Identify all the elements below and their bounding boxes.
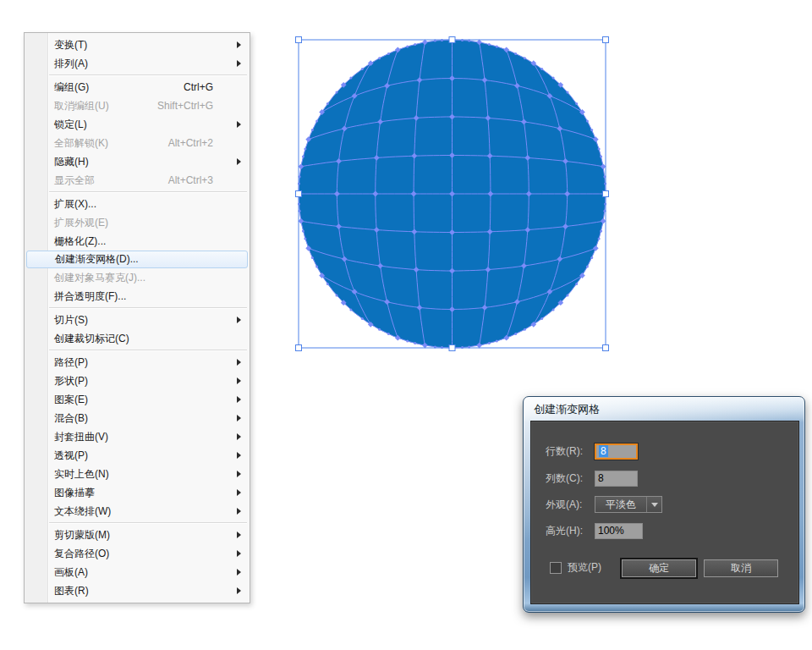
submenu-arrow-icon: [237, 41, 241, 48]
mesh-handle-dot: [496, 45, 498, 47]
selection-handle[interactable]: [296, 345, 302, 351]
appearance-label: 外观(A):: [546, 498, 595, 512]
mesh-handle-dot: [540, 317, 543, 320]
menu-item-image-trace[interactable]: 图像描摹: [25, 483, 250, 502]
menu-item-graph[interactable]: 图表(R): [25, 581, 250, 600]
submenu-arrow-icon: [237, 433, 241, 440]
mesh-handle-dot: [524, 57, 526, 59]
menu-item-transform[interactable]: 变换(T): [25, 36, 250, 54]
selection-handle[interactable]: [449, 345, 455, 351]
menu-item-rasterize[interactable]: 栅格化(Z)...: [25, 232, 250, 251]
menu-item-label: 实时上色(N): [54, 468, 109, 480]
mesh-handle-dot: [326, 102, 329, 105]
selection-handle[interactable]: [296, 37, 302, 43]
menu-separator: [49, 74, 247, 76]
highlight-label: 高光(H):: [546, 524, 595, 538]
selection-handle[interactable]: [603, 191, 609, 197]
menu-item-envelope-distort[interactable]: 封套扭曲(V): [25, 427, 250, 446]
ok-button[interactable]: 确定: [622, 559, 696, 577]
menu-item-artboards[interactable]: 画板(A): [25, 563, 250, 581]
menu-item-label: 复合路径(O): [54, 548, 109, 559]
menu-item-expand-appearance[interactable]: 扩展外观(E): [25, 213, 250, 232]
rows-input[interactable]: 8: [595, 443, 638, 460]
menu-item-group[interactable]: 编组(G)Ctrl+G: [25, 78, 250, 96]
create-gradient-mesh-dialog: 创建渐变网格 行数(R): 8 列数(C): 8 外观(A): 平淡色: [523, 396, 805, 613]
menu-item-pattern[interactable]: 图案(E): [25, 390, 250, 409]
submenu-arrow-icon: [237, 532, 241, 538]
menu-item-label: 剪切蒙版(M): [54, 529, 110, 541]
menu-item-shortcut: Ctrl+G: [184, 78, 213, 96]
menu-item-lock[interactable]: 锁定(L): [25, 115, 250, 134]
menu-item-ungroup[interactable]: 取消编组(U)Shift+Ctrl+G: [25, 96, 250, 115]
menu-item-label: 创建对象马赛克(J)...: [54, 272, 145, 284]
menu-separator: [49, 307, 247, 309]
menu-item-create-gradient-mesh[interactable]: 创建渐变网格(D)...: [26, 251, 248, 268]
mesh-handle-dot: [336, 91, 338, 94]
appearance-dropdown-button[interactable]: [646, 497, 661, 512]
menu-item-label: 混合(B): [54, 412, 88, 424]
menu-item-show-all[interactable]: 显示全部Alt+Ctrl+3: [25, 171, 250, 190]
dialog-body: 行数(R): 8 列数(C): 8 外观(A): 平淡色 高光(H): 100: [530, 421, 799, 604]
mesh-handle-dot: [414, 43, 416, 46]
menu-item-text-wrap[interactable]: 文本绕排(W): [25, 502, 250, 521]
selection-handle[interactable]: [296, 191, 302, 197]
mesh-handle-dot: [575, 102, 578, 105]
menu-item-flatten-transparency[interactable]: 拼合透明度(F)...: [25, 287, 250, 306]
submenu-arrow-icon: [237, 60, 241, 67]
menu-item-compound-path[interactable]: 复合路径(O): [25, 544, 250, 563]
highlight-input[interactable]: 100%: [595, 523, 643, 539]
menu-item-live-paint[interactable]: 实时上色(N): [25, 465, 250, 483]
menu-separator: [49, 350, 247, 351]
mesh-handle-dot: [378, 328, 381, 331]
cancel-button[interactable]: 取消: [704, 559, 778, 577]
menu-item-label: 扩展外观(E): [54, 217, 108, 229]
selection-handle[interactable]: [603, 345, 609, 351]
menu-item-create-object-mosaic[interactable]: 创建对象马赛克(J)...: [25, 268, 250, 287]
mesh-handle-dot: [586, 119, 589, 122]
mesh-handle-dot: [361, 68, 364, 70]
mesh-handle-dot: [552, 308, 555, 311]
appearance-dropdown[interactable]: 平淡色: [595, 496, 662, 513]
preview-row: 预览(P): [550, 560, 601, 575]
mesh-handle-dot: [488, 43, 491, 46]
mesh-handle-dot: [387, 333, 390, 335]
menu-item-slice[interactable]: 切片(S): [25, 311, 250, 329]
menu-item-unlock-all[interactable]: 全部解锁(K)Alt+Ctrl+2: [25, 134, 250, 152]
submenu-arrow-icon: [237, 158, 241, 165]
menu-item-clipping-mask[interactable]: 剪切蒙版(M): [25, 526, 250, 544]
mesh-handle-dot: [590, 256, 593, 259]
mesh-handle-dot: [349, 77, 352, 80]
cols-input-text: 8: [598, 472, 604, 484]
menu-item-shortcut: Shift+Ctrl+G: [157, 96, 213, 115]
cols-input[interactable]: 8: [595, 471, 638, 487]
mesh-handle-dot: [540, 68, 543, 70]
mesh-handle-dot: [304, 148, 306, 151]
mesh-handle-dot: [406, 340, 409, 343]
dialog-title: 创建渐变网格: [534, 403, 600, 416]
mesh-handle-dot: [349, 308, 352, 311]
menu-item-hide[interactable]: 隐藏(H): [25, 152, 250, 171]
preview-checkbox[interactable]: [550, 562, 562, 574]
selection-handle[interactable]: [603, 37, 609, 43]
menu-item-expand[interactable]: 扩展(X)...: [25, 195, 250, 213]
menu-item-blend[interactable]: 混合(B): [25, 409, 250, 427]
menu-item-perspective[interactable]: 透视(P): [25, 446, 250, 465]
menu-item-shape[interactable]: 形状(P): [25, 372, 250, 390]
menu-item-arrange[interactable]: 排列(A): [25, 54, 250, 73]
dialog-titlebar[interactable]: 创建渐变网格: [534, 402, 600, 417]
mesh-handle-dot: [514, 52, 517, 55]
mesh-handle-dot: [552, 77, 555, 80]
submenu-arrow-icon: [237, 452, 241, 459]
selection-handle[interactable]: [449, 37, 455, 43]
menu-item-path[interactable]: 路径(P): [25, 353, 250, 372]
submenu-arrow-icon: [237, 508, 241, 515]
menu-separator: [49, 191, 247, 193]
submenu-arrow-icon: [237, 359, 241, 366]
mesh-handle-dot: [590, 129, 593, 131]
mesh-handle-dot: [514, 333, 517, 335]
menu-item-create-trim-marks[interactable]: 创建裁切标记(C): [25, 329, 250, 348]
object-context-menu: 变换(T)排列(A)编组(G)Ctrl+G取消编组(U)Shift+Ctrl+G…: [24, 32, 250, 603]
mesh-handle-dot: [406, 45, 409, 47]
submenu-arrow-icon: [237, 550, 241, 557]
mesh-handle-dot: [586, 266, 589, 268]
